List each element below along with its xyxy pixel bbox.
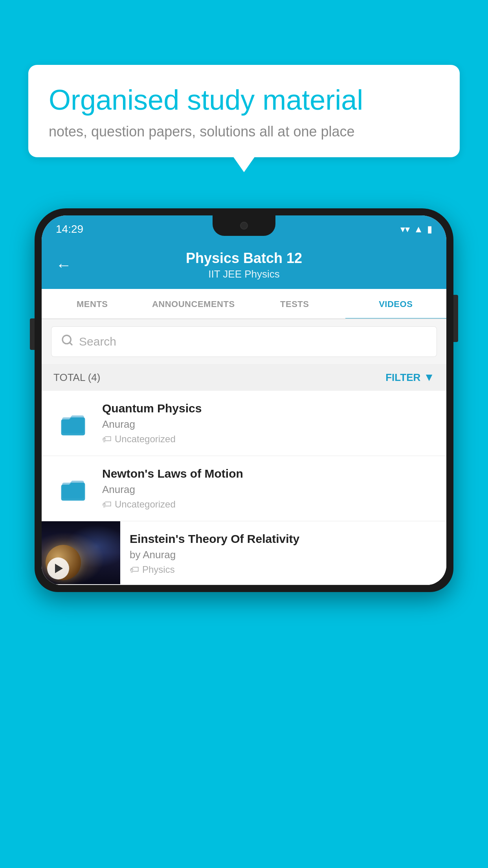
bubble-subtitle: notes, question papers, solutions all at… bbox=[49, 123, 439, 140]
tab-bar: MENTS ANNOUNCEMENTS TESTS VIDEOS bbox=[42, 289, 446, 319]
video-info: Newton's Laws of Motion Anurag 🏷 Uncateg… bbox=[102, 467, 435, 510]
filter-label: FILTER bbox=[385, 371, 420, 384]
phone-screen: 14:29 ▾▾ ▲ ▮ ← Physics Batch 12 IIT JEE … bbox=[42, 215, 446, 585]
video-tag: 🏷 Uncategorized bbox=[102, 499, 435, 510]
phone-container: 14:29 ▾▾ ▲ ▮ ← Physics Batch 12 IIT JEE … bbox=[35, 208, 453, 868]
tag-icon: 🏷 bbox=[102, 499, 112, 510]
video-tag: 🏷 Physics bbox=[130, 564, 437, 575]
filter-bar: TOTAL (4) FILTER ▼ bbox=[42, 364, 446, 391]
side-button-left bbox=[30, 318, 35, 350]
tag-icon: 🏷 bbox=[102, 434, 112, 445]
bubble-title: Organised study material bbox=[49, 84, 439, 116]
folder-thumbnail bbox=[53, 404, 93, 443]
status-time: 14:29 bbox=[56, 223, 83, 235]
list-item[interactable]: Quantum Physics Anurag 🏷 Uncategorized bbox=[42, 391, 446, 456]
tag-label: Uncategorized bbox=[115, 434, 176, 445]
thumbnail-bg bbox=[42, 521, 120, 584]
video-tag: 🏷 Uncategorized bbox=[102, 434, 435, 445]
search-icon bbox=[61, 334, 73, 349]
filter-icon: ▼ bbox=[424, 371, 435, 384]
filter-button[interactable]: FILTER ▼ bbox=[385, 371, 435, 384]
batch-tags: IIT JEE Physics bbox=[186, 268, 302, 280]
video-title: Einstein's Theory Of Relativity bbox=[130, 532, 437, 546]
status-bar: 14:29 ▾▾ ▲ ▮ bbox=[42, 215, 446, 243]
video-info: Quantum Physics Anurag 🏷 Uncategorized bbox=[102, 402, 435, 445]
svg-line-1 bbox=[70, 342, 72, 345]
status-icons: ▾▾ ▲ ▮ bbox=[400, 224, 432, 235]
tag-label: Physics bbox=[142, 564, 175, 575]
wifi-icon: ▾▾ bbox=[400, 224, 410, 235]
video-author: Anurag bbox=[102, 484, 435, 496]
folder-thumbnail bbox=[53, 469, 93, 508]
list-item[interactable]: Newton's Laws of Motion Anurag 🏷 Uncateg… bbox=[42, 456, 446, 521]
tab-tests[interactable]: TESTS bbox=[244, 289, 345, 318]
signal-icon: ▲ bbox=[414, 224, 423, 235]
search-box[interactable]: Search bbox=[51, 326, 437, 357]
tag-label: Uncategorized bbox=[115, 499, 176, 510]
video-title: Quantum Physics bbox=[102, 402, 435, 415]
search-container: Search bbox=[42, 319, 446, 364]
video-list: Quantum Physics Anurag 🏷 Uncategorized bbox=[42, 391, 446, 585]
back-button[interactable]: ← bbox=[56, 256, 72, 274]
tab-announcements[interactable]: ANNOUNCEMENTS bbox=[143, 289, 244, 318]
camera bbox=[240, 222, 248, 230]
search-input[interactable]: Search bbox=[79, 335, 116, 348]
app-bar-title: Physics Batch 12 IIT JEE Physics bbox=[186, 250, 302, 280]
notch bbox=[213, 215, 275, 236]
app-bar: ← Physics Batch 12 IIT JEE Physics bbox=[42, 243, 446, 289]
list-item[interactable]: Einstein's Theory Of Relativity by Anura… bbox=[42, 521, 446, 585]
speech-bubble: Organised study material notes, question… bbox=[28, 65, 460, 157]
video-info: Einstein's Theory Of Relativity by Anura… bbox=[120, 521, 446, 585]
video-thumbnail bbox=[42, 521, 120, 584]
play-icon bbox=[55, 564, 63, 573]
phone-outer: 14:29 ▾▾ ▲ ▮ ← Physics Batch 12 IIT JEE … bbox=[35, 208, 453, 592]
batch-title: Physics Batch 12 bbox=[186, 250, 302, 267]
video-author: by Anurag bbox=[130, 549, 437, 561]
total-count: TOTAL (4) bbox=[53, 371, 100, 384]
side-button-right bbox=[453, 295, 458, 342]
tag-icon: 🏷 bbox=[130, 564, 139, 575]
tab-videos[interactable]: VIDEOS bbox=[345, 289, 447, 319]
battery-icon: ▮ bbox=[427, 224, 432, 235]
video-author: Anurag bbox=[102, 418, 435, 430]
video-title: Newton's Laws of Motion bbox=[102, 467, 435, 480]
play-button[interactable] bbox=[47, 557, 69, 579]
tab-ments[interactable]: MENTS bbox=[42, 289, 143, 318]
